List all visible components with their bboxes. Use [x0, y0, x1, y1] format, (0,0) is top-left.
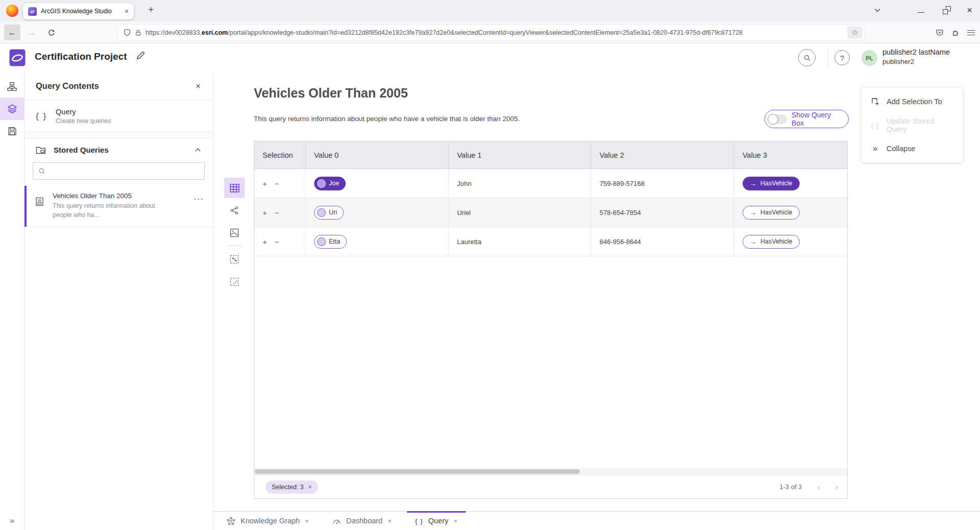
extensions-puzzle-icon[interactable]: [951, 29, 960, 37]
remove-from-selection-icon[interactable]: −: [275, 237, 279, 246]
cell-value2[interactable]: 846-956-8644: [591, 227, 734, 256]
scrollbar-thumb[interactable]: [255, 469, 580, 474]
stored-query-title: Vehicles Older Than 2005: [53, 192, 203, 200]
add-to-selection-icon[interactable]: +: [262, 179, 267, 188]
braces-icon: { }: [870, 122, 880, 129]
url-bar[interactable]: https://dev0028833.esri.com/portal/apps/…: [118, 25, 865, 40]
window-close-button[interactable]: ×: [967, 5, 972, 16]
expand-rail-icon[interactable]: »: [0, 514, 24, 528]
add-selection-icon: [870, 97, 880, 106]
user-info[interactable]: publisher2 lastName publisher2: [882, 47, 950, 66]
data-model-icon[interactable]: [0, 75, 24, 98]
clear-selection-icon[interactable]: ×: [308, 484, 312, 491]
tab-query[interactable]: { } Query ×: [407, 512, 466, 530]
cell-value2[interactable]: 578-654-7854: [591, 198, 734, 227]
close-tab-icon[interactable]: ×: [305, 517, 309, 525]
table-empty-area: [254, 256, 847, 468]
column-header-value3[interactable]: Value 3: [734, 141, 847, 168]
close-tab-icon[interactable]: ×: [453, 517, 458, 525]
relationship-pill[interactable]: →HasVehicle: [743, 206, 800, 220]
horizontal-scrollbar[interactable]: [254, 468, 847, 475]
help-button[interactable]: ?: [834, 50, 850, 65]
collapse-section-chevron-icon[interactable]: [195, 148, 201, 152]
table-row[interactable]: + − Uri Uriel 578-654-7854 →HasVehicle: [254, 198, 847, 227]
remove-from-selection-icon[interactable]: −: [275, 179, 279, 188]
stored-queries-search-input[interactable]: [33, 162, 205, 180]
user-avatar[interactable]: PL: [862, 50, 877, 66]
url-text[interactable]: https://dev0028833.esri.com/portal/apps/…: [146, 29, 843, 36]
cell-value1[interactable]: Uriel: [449, 198, 591, 227]
reload-button[interactable]: [43, 25, 59, 40]
remove-from-selection-icon[interactable]: −: [275, 208, 279, 217]
menu-hamburger-icon[interactable]: [967, 30, 975, 35]
stored-query-item[interactable]: Vehicles Older Than 2005 This query retu…: [25, 186, 213, 227]
menu-item-collapse[interactable]: » Collapse: [862, 137, 963, 160]
show-query-box-toggle[interactable]: Show Query Box: [764, 110, 849, 128]
toolstrip-divider: [228, 246, 242, 246]
window-minimize-button[interactable]: [918, 12, 924, 13]
lock-icon[interactable]: [135, 29, 141, 36]
column-header-value1[interactable]: Value 1: [449, 141, 591, 168]
browser-tab[interactable]: ArcGIS Knowledge Studio ×: [23, 3, 134, 19]
map-view-button[interactable]: [224, 223, 245, 243]
previous-page-icon[interactable]: ‹: [817, 482, 820, 492]
menu-item-update-stored-query[interactable]: { } Update Stored Query: [862, 113, 963, 137]
browser-tab-title: ArcGIS Knowledge Studio: [41, 8, 121, 15]
braces-icon: { }: [36, 111, 47, 122]
relationship-pill[interactable]: →HasVehicle: [743, 177, 800, 190]
tab-close-icon[interactable]: ×: [125, 8, 129, 15]
tab-dashboard[interactable]: Dashboard ×: [324, 512, 400, 530]
column-header-value0[interactable]: Value 0: [306, 141, 449, 168]
edit-title-pencil-icon[interactable]: [136, 51, 146, 60]
braces-icon: { }: [415, 517, 423, 525]
stored-query-doc-icon: [35, 197, 44, 206]
header-divider: [828, 47, 828, 68]
firefox-logo-icon[interactable]: [6, 5, 18, 17]
entity-pill[interactable]: Joe: [314, 177, 346, 190]
cell-value2[interactable]: 759-889-57168: [591, 169, 734, 198]
link-chart-button[interactable]: [224, 200, 245, 221]
query-result-title: Vehicles Older Than 2005: [254, 86, 408, 101]
panel-close-icon[interactable]: ×: [196, 81, 201, 91]
select-area-button[interactable]: [224, 272, 245, 292]
arcgis-knowledge-logo: [8, 48, 27, 67]
pocket-icon[interactable]: [936, 29, 944, 36]
next-page-icon[interactable]: ›: [835, 482, 838, 492]
header-search-button[interactable]: [798, 49, 816, 66]
save-icon[interactable]: [0, 120, 24, 142]
add-to-selection-icon[interactable]: +: [262, 208, 267, 217]
column-header-selection[interactable]: Selection: [254, 141, 306, 168]
tab-knowledge-graph[interactable]: Knowledge Graph ×: [219, 512, 317, 530]
select-on-link-chart-button[interactable]: [224, 249, 245, 270]
tracking-shield-icon[interactable]: [124, 29, 131, 36]
window-restore-button[interactable]: [943, 6, 951, 14]
arrow-right-icon: →: [750, 180, 756, 187]
forward-button[interactable]: →: [23, 25, 40, 40]
new-tab-button[interactable]: +: [148, 4, 154, 15]
selected-count-chip[interactable]: Selected: 3 ×: [266, 480, 318, 494]
layers-icon[interactable]: [0, 98, 24, 120]
cell-value1[interactable]: Lauretta: [449, 227, 591, 256]
table-row[interactable]: + − Etta Lauretta 846-956-8644 →HasVehic…: [254, 227, 847, 256]
close-tab-icon[interactable]: ×: [388, 517, 392, 525]
left-rail: »: [0, 72, 25, 530]
more-options-icon[interactable]: ···: [194, 194, 204, 204]
column-header-value2[interactable]: Value 2: [591, 141, 734, 168]
table-view-button[interactable]: [224, 178, 245, 198]
bookmark-star-icon[interactable]: ☆: [847, 26, 863, 39]
table-row[interactable]: + − Joe John 759-889-57168 →HasVehicle: [254, 169, 847, 198]
stored-queries-header[interactable]: Stored Queries: [25, 139, 213, 160]
query-item[interactable]: { } Query Create new queries: [25, 101, 213, 132]
folder-icon: [36, 146, 46, 154]
menu-item-add-selection-to[interactable]: Add Selection To: [862, 90, 963, 113]
add-to-selection-icon[interactable]: +: [262, 237, 267, 246]
entity-pill[interactable]: Etta: [314, 235, 347, 249]
project-title: Certification Project: [35, 51, 127, 62]
knowledge-graph-icon: [227, 517, 235, 525]
list-tabs-chevron-icon[interactable]: [874, 8, 880, 12]
relationship-pill[interactable]: →HasVehicle: [743, 235, 800, 249]
cell-value1[interactable]: John: [449, 169, 591, 198]
entity-pill[interactable]: Uri: [314, 206, 344, 220]
back-button[interactable]: ←: [4, 25, 20, 40]
toggle-switch[interactable]: [768, 114, 787, 124]
